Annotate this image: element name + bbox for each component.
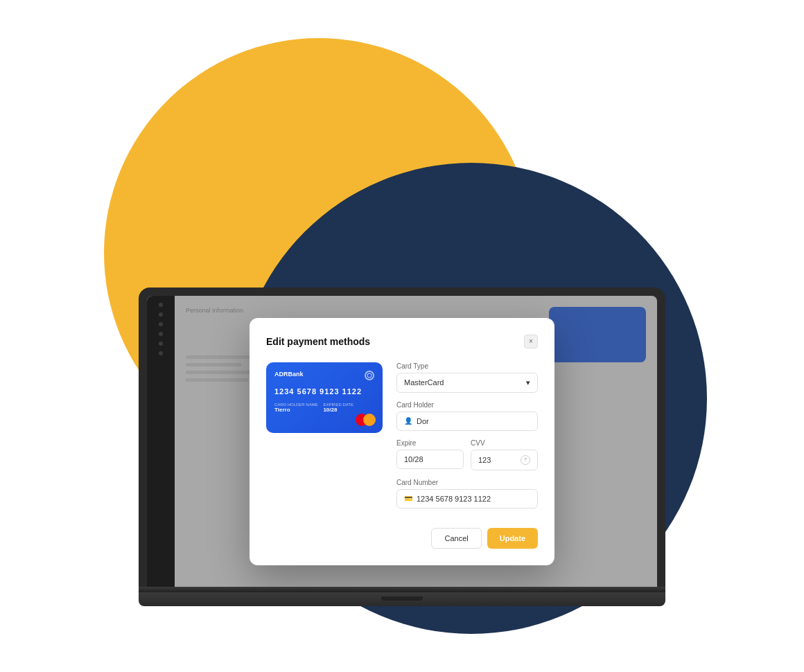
card-number-inner: 💳 1234 5678 9123 1122 bbox=[404, 495, 491, 503]
laptop: Personal Information bbox=[139, 288, 665, 606]
wifi-icon bbox=[365, 371, 374, 380]
wifi-svg bbox=[367, 373, 372, 378]
card-holder-value: Tierro bbox=[274, 407, 318, 413]
modal-body: ADRBank 1234 5678 9123 1122 Card Ho bbox=[266, 362, 538, 517]
svg-point-0 bbox=[367, 373, 372, 378]
cvv-value: 123 bbox=[478, 456, 491, 464]
card-holder-label: Card Holder Name bbox=[274, 403, 318, 407]
card-bank-name: ADRBank bbox=[274, 371, 374, 378]
modal-overlay: Edit payment methods × ADRBank bbox=[147, 296, 657, 587]
card-holder-field: Card Holder 👤 Dor bbox=[396, 401, 538, 431]
card-type-field: Card Type MasterCard ▾ bbox=[396, 362, 538, 393]
update-button[interactable]: Update bbox=[487, 528, 538, 549]
laptop-notch bbox=[381, 596, 423, 601]
card-expiry-section: Expired Date 10/28 bbox=[323, 403, 353, 413]
card-expiry-label: Expired Date bbox=[323, 403, 353, 407]
mastercard-logo bbox=[356, 414, 376, 426]
help-icon[interactable]: ? bbox=[521, 455, 530, 465]
laptop-bezel: Personal Information bbox=[139, 288, 665, 587]
card-number-label: Card Number bbox=[396, 479, 538, 486]
card-holder-text: Dor bbox=[417, 417, 429, 425]
card-footer: Card Holder Name Tierro Expired Date 10/… bbox=[274, 403, 374, 413]
expire-cvv-row: Expire 10/28 CVV 123 bbox=[396, 439, 538, 479]
chevron-down-icon: ▾ bbox=[526, 378, 530, 387]
card-preview: ADRBank 1234 5678 9123 1122 Card Ho bbox=[266, 362, 383, 433]
expire-label: Expire bbox=[396, 439, 464, 447]
modal-title: Edit payment methods bbox=[266, 336, 370, 347]
modal-header: Edit payment methods × bbox=[266, 335, 538, 348]
close-button[interactable]: × bbox=[524, 335, 538, 348]
close-icon: × bbox=[529, 337, 533, 345]
card-holder-label: Card Holder bbox=[396, 401, 538, 409]
card-type-value: MasterCard bbox=[404, 378, 444, 387]
card-number-text: 1234 5678 9123 1122 bbox=[417, 495, 491, 503]
modal-footer: Cancel Update bbox=[266, 528, 538, 549]
card-number-display: 1234 5678 9123 1122 bbox=[274, 387, 374, 396]
person-icon: 👤 bbox=[404, 417, 412, 425]
laptop-screen: Personal Information bbox=[147, 296, 657, 587]
cvv-label: CVV bbox=[471, 439, 538, 447]
card-type-select[interactable]: MasterCard ▾ bbox=[396, 373, 538, 393]
modal-dialog: Edit payment methods × ADRBank bbox=[250, 318, 554, 565]
card-holder-input[interactable]: 👤 Dor bbox=[396, 412, 538, 431]
cvv-field: CVV 123 ? bbox=[471, 439, 538, 470]
expire-field: Expire 10/28 bbox=[396, 439, 464, 470]
card-holder-input-inner: 👤 Dor bbox=[404, 417, 429, 425]
card-number-field: Card Number 💳 1234 5678 9123 1122 bbox=[396, 479, 538, 509]
card-expiry-value: 10/28 bbox=[323, 407, 353, 413]
laptop-hinge bbox=[139, 587, 665, 592]
cancel-button[interactable]: Cancel bbox=[431, 528, 481, 549]
laptop-base bbox=[139, 592, 665, 606]
card-holder-section: Card Holder Name Tierro bbox=[274, 403, 318, 413]
card-number-input[interactable]: 💳 1234 5678 9123 1122 bbox=[396, 489, 538, 509]
cvv-input[interactable]: 123 ? bbox=[471, 450, 538, 470]
expire-value: 10/28 bbox=[404, 455, 423, 463]
mc-yellow-circle bbox=[363, 414, 376, 426]
credit-card-icon: 💳 bbox=[404, 495, 412, 502]
expire-input[interactable]: 10/28 bbox=[396, 450, 464, 469]
form-section: Card Type MasterCard ▾ Card Holder bbox=[396, 362, 538, 517]
card-type-label: Card Type bbox=[396, 362, 538, 370]
scene: Personal Information bbox=[90, 24, 714, 648]
